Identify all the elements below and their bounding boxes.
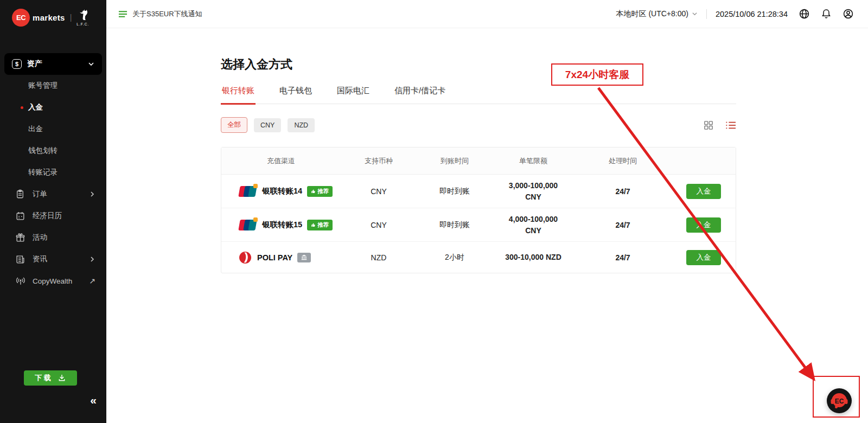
- sidebar-item-news[interactable]: 资讯: [0, 248, 106, 270]
- timezone-label: 本地时区 (UTC+8:00): [616, 9, 688, 19]
- tab-e-wallet[interactable]: 电子钱包: [278, 86, 313, 104]
- broadcast-icon: [15, 276, 27, 286]
- channel-cell: 银联转账15 推荐: [221, 220, 341, 230]
- limit-line1: 300-10,000 NZD: [493, 252, 574, 263]
- column-header: 处理时间: [574, 156, 672, 166]
- filter-chip-cny[interactable]: CNY: [254, 118, 281, 132]
- logo-badge-dot: [253, 217, 258, 222]
- table-row: POLI PAY NZD 2小时 300-10,000 NZD 24/7 入金: [221, 242, 736, 273]
- brand-markets-label: markets: [33, 13, 65, 22]
- sidebar-item-label: 经济日历: [33, 211, 62, 221]
- chevron-down-icon: [692, 11, 698, 17]
- ec-markets-logo-icon: EC: [12, 9, 30, 27]
- channel-name: 银联转账14: [262, 186, 302, 196]
- sidebar-item-assets[interactable]: $ 资产: [4, 53, 102, 75]
- gift-icon: [15, 233, 27, 243]
- channel-cell: 银联转账14 推荐: [221, 186, 341, 197]
- channel-name: 银联转账15: [262, 220, 302, 230]
- unionpay-logo-icon: [239, 186, 256, 197]
- limit-line1: 3,000-100,000: [493, 180, 574, 191]
- announcement-banner[interactable]: 关于S35EUR下线通知: [118, 9, 202, 19]
- sidebar-item-label: 入金: [28, 102, 43, 112]
- limit-line2: CNY: [493, 225, 574, 236]
- sidebar-item-withdraw[interactable]: 出金: [0, 118, 106, 140]
- user-account-icon[interactable]: [843, 8, 854, 20]
- sidebar-collapse-button[interactable]: «: [90, 394, 97, 407]
- recommended-badge: 推荐: [307, 186, 333, 197]
- timezone-selector[interactable]: 本地时区 (UTC+8:00): [616, 9, 698, 19]
- sidebar-item-account-management[interactable]: 账号管理: [0, 75, 106, 97]
- sidebar-item-transfer-records[interactable]: 转账记录: [0, 162, 106, 183]
- recommended-badge: 推荐: [307, 220, 333, 230]
- table-row: 银联转账14 推荐 CNY 即时到账 3,000-100,000 CNY 24/…: [221, 175, 736, 208]
- lfc-label: L.F.C.: [76, 22, 89, 26]
- sidebar-item-wallet-transfer[interactable]: 钱包划转: [0, 140, 106, 162]
- grid-view-icon[interactable]: [704, 120, 713, 130]
- deposit-method-tabs: 银行转账 电子钱包 国际电汇 信用卡/借记卡: [221, 86, 736, 104]
- poli-pay-logo-icon: [239, 252, 251, 264]
- download-icon: [58, 374, 66, 382]
- sidebar-item-economic-calendar[interactable]: 经济日历: [0, 205, 106, 227]
- page-title: 选择入金方式: [221, 56, 736, 73]
- sidebar-item-label: 钱包划转: [28, 146, 58, 156]
- sidebar-item-label: 资产: [27, 59, 42, 69]
- deposit-button[interactable]: 入金: [686, 217, 721, 233]
- thumbs-up-icon: [311, 189, 316, 194]
- language-globe-icon[interactable]: [799, 8, 810, 20]
- download-label: 下载: [35, 373, 53, 383]
- deposit-button[interactable]: 入金: [686, 184, 721, 199]
- annotation-highlight-rect: [813, 376, 860, 418]
- bank-badge: [297, 253, 311, 262]
- action-cell: 入金: [672, 250, 736, 265]
- sidebar-item-orders[interactable]: 订单: [0, 183, 106, 205]
- logo-divider: |: [70, 13, 72, 22]
- sidebar-item-promotions[interactable]: 活动: [0, 227, 106, 248]
- notifications-bell-icon[interactable]: [821, 8, 832, 20]
- arrival-cell: 2小时: [417, 253, 493, 262]
- arrival-cell: 即时到账: [417, 187, 493, 196]
- action-cell: 入金: [672, 217, 736, 233]
- currency-filter-row: 全部 CNY NZD: [221, 117, 736, 133]
- table-row: 银联转账15 推荐 CNY 即时到账 4,000-100,000 CNY 24/…: [221, 208, 736, 242]
- currency-cell: CNY: [341, 221, 417, 229]
- tab-bank-transfer[interactable]: 银行转账: [221, 86, 256, 105]
- lfc-logo: L.F.C.: [76, 9, 89, 26]
- sidebar-item-label: 账号管理: [28, 81, 58, 91]
- filter-chip-all[interactable]: 全部: [221, 117, 247, 133]
- sidebar-item-label: 活动: [33, 233, 47, 242]
- action-cell: 入金: [672, 184, 736, 199]
- liver-bird-icon: [77, 9, 89, 22]
- sidebar-item-label: CopyWealth: [33, 277, 72, 285]
- chevron-right-icon: [89, 256, 95, 262]
- processing-cell: 24/7: [574, 221, 672, 229]
- orders-icon: [15, 189, 27, 200]
- limit-cell: 4,000-100,000 CNY: [493, 214, 574, 236]
- limit-cell: 300-10,000 NZD: [493, 252, 574, 263]
- limit-line1: 4,000-100,000: [493, 214, 574, 225]
- channel-name: POLI PAY: [257, 253, 292, 262]
- unionpay-logo-icon: [239, 220, 256, 230]
- bank-icon: [301, 254, 307, 260]
- brand-logo: EC markets | L.F.C.: [0, 0, 106, 35]
- annotation-label: 7x24小时客服: [565, 68, 629, 82]
- list-view-icon[interactable]: [725, 120, 736, 130]
- calendar-icon: [15, 211, 27, 221]
- datetime-display: 2025/10/06 21:28:34: [716, 10, 788, 18]
- download-button[interactable]: 下载: [24, 370, 77, 386]
- arrival-cell: 即时到账: [417, 220, 493, 230]
- sidebar-item-copywealth[interactable]: CopyWealth ↗: [0, 270, 106, 292]
- external-link-icon: ↗: [89, 277, 95, 285]
- sidebar-item-deposit[interactable]: 入金: [0, 97, 106, 118]
- active-dot: [21, 106, 23, 109]
- sidebar-menu: 订单 经济日历 活动: [0, 183, 106, 292]
- announcement-text: 关于S35EUR下线通知: [132, 9, 202, 19]
- tab-credit-debit-card[interactable]: 信用卡/借记卡: [393, 86, 446, 104]
- limit-cell: 3,000-100,000 CNY: [493, 180, 574, 203]
- tab-international-wire[interactable]: 国际电汇: [336, 86, 371, 104]
- logo-badge-dot: [253, 184, 258, 188]
- sidebar-item-label: 订单: [33, 189, 47, 199]
- processing-cell: 24/7: [574, 187, 672, 196]
- processing-cell: 24/7: [574, 253, 672, 262]
- deposit-button[interactable]: 入金: [686, 250, 721, 265]
- filter-chip-nzd[interactable]: NZD: [288, 118, 315, 132]
